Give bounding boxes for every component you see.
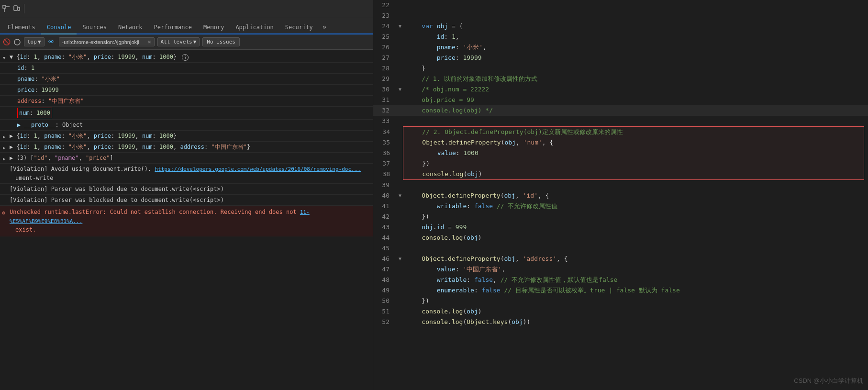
line-num-51: 51: [373, 306, 397, 317]
devtools-tabs: Elements Console Sources Network Perform…: [0, 17, 373, 34]
line-content-28: }: [403, 63, 425, 74]
line-content-51: console.log(obj): [403, 306, 482, 317]
inspect-element-icon[interactable]: [2, 4, 11, 13]
code-line-48: 48 writable: false, // 不允许修改属性值，默认值也是fal…: [373, 275, 868, 285]
line-num-25: 25: [373, 32, 397, 42]
object-preview-1: ▼ {id: 1, pname: "小米", price: 19999, num…: [10, 54, 189, 60]
code-line-23: 23: [373, 11, 868, 21]
line-content-43: obj.id = 999: [403, 222, 467, 233]
line-content-22: [403, 0, 407, 11]
url-filter-input[interactable]: [62, 39, 146, 45]
line-content-36: value: 1000: [403, 148, 479, 158]
line-content-39: [403, 180, 407, 190]
code-panel: 22 23 24 ▼ var obj = { 25 id: 1, 26: [373, 0, 868, 390]
line-content-35: Object.defineProperty(obj, 'num', {: [403, 137, 553, 148]
console-entry-obj-3[interactable]: ▶ {id: 1, pname: "小米", price: 19999, num…: [0, 142, 373, 153]
tab-memory[interactable]: Memory: [198, 21, 230, 34]
levels-label: All levels: [161, 39, 192, 45]
error-text-2: exist.: [10, 226, 36, 233]
console-output[interactable]: ▼ {id: 1, pname: "小米", price: 19999, num…: [0, 50, 373, 390]
line-num-50: 50: [373, 296, 397, 306]
device-toolbar-icon[interactable]: [12, 4, 21, 13]
code-line-38: 38 console.log(obj): [374, 169, 864, 179]
context-selector[interactable]: top ▼: [24, 37, 45, 46]
clear-console-icon[interactable]: 🚫: [3, 38, 11, 46]
tab-console[interactable]: Console: [41, 21, 77, 34]
code-editor[interactable]: 22 23 24 ▼ var obj = { 25 id: 1, 26: [373, 0, 868, 390]
code-line-40: 40 ▼ Object.defineProperty(obj, 'id', {: [373, 190, 868, 201]
console-toolbar: 🚫 top ▼ 👁 ✕ All levels ▼ No Issues: [0, 34, 373, 50]
line-num-41: 41: [373, 201, 397, 212]
console-entry-obj-2[interactable]: ▶ {id: 1, pname: "小米", price: 19999, num…: [0, 131, 373, 142]
code-line-39: 39: [373, 180, 868, 190]
filter-icon[interactable]: [13, 38, 21, 46]
violation-link-1[interactable]: https://developers.google.com/web/update…: [155, 166, 360, 172]
line-num-43: 43: [373, 222, 397, 233]
line-content-47: value: '中国广东省',: [403, 264, 505, 275]
console-entry-error: ⊗ Unchecked runtime.lastError: Could not…: [0, 206, 373, 236]
line-content-33: [403, 116, 407, 126]
line-content-38: console.log(obj): [403, 169, 482, 179]
line-num-48: 48: [373, 275, 397, 285]
log-levels-selector[interactable]: All levels ▼: [157, 37, 200, 46]
tab-application[interactable]: Application: [230, 21, 279, 34]
line-content-52: console.log(Object.keys(obj)): [403, 317, 530, 327]
code-line-52: 52 console.log(Object.keys(obj)): [373, 317, 868, 327]
more-tabs-button[interactable]: »: [319, 20, 330, 33]
toolbar-divider: [24, 4, 24, 13]
console-child-price: price: 19999: [0, 85, 373, 96]
tab-network[interactable]: Network: [112, 21, 148, 34]
line-num-40: 40: [373, 190, 397, 201]
line-num-44: 44: [373, 233, 397, 243]
violation-subtext: ument-write: [10, 175, 53, 181]
code-line-41: 41 writable: false // 不允许修改属性值: [373, 201, 868, 212]
line-num-32: 32: [373, 105, 397, 116]
line-num-47: 47: [373, 264, 397, 275]
code-line-49: 49 enumerable: false // 目标属性是否可以被枚举。true…: [373, 285, 868, 296]
tab-security[interactable]: Security: [279, 21, 319, 34]
url-filter-container[interactable]: ✕: [59, 37, 155, 46]
tab-sources[interactable]: Sources: [77, 21, 112, 34]
line-num-33: 33: [373, 116, 397, 126]
code-line-50: 50 }): [373, 296, 868, 306]
line-content-24: var obj = {: [403, 21, 463, 32]
violation-text-3: [Violation] Parser was blocked due to do…: [10, 197, 224, 203]
line-num-34: 34: [374, 127, 398, 137]
svg-rect-4: [18, 7, 20, 11]
url-filter-clear-icon[interactable]: ✕: [148, 39, 151, 45]
line-num-35: 35: [374, 137, 398, 148]
console-child-id: id: 1: [0, 63, 373, 74]
line-num-22: 22: [373, 0, 397, 11]
console-entry-violation-3: [Violation] Parser was blocked due to do…: [0, 195, 373, 206]
line-content-40: Object.defineProperty(obj, 'id', {: [403, 190, 549, 201]
code-line-25: 25 id: 1,: [373, 32, 868, 42]
issues-badge[interactable]: No Issues: [202, 37, 240, 46]
line-num-28: 28: [373, 63, 397, 74]
svg-rect-0: [3, 5, 6, 8]
svg-point-5: [14, 39, 20, 45]
tab-elements[interactable]: Elements: [2, 21, 41, 34]
console-entry-array[interactable]: ▶ (3) ["id", "pname", "price"]: [0, 153, 373, 164]
watermark: CSDN @小小白学计算机: [794, 377, 863, 385]
code-line-43: 43 obj.id = 999: [373, 222, 868, 233]
line-num-52: 52: [373, 317, 397, 327]
line-num-45: 45: [373, 243, 397, 254]
line-content-48: writable: false, // 不允许修改属性值，默认值也是false: [403, 275, 617, 285]
line-num-24: 24: [373, 21, 397, 32]
code-line-29: 29 // 1. 以前的对象添加和修改属性的方式: [373, 74, 868, 84]
code-line-26: 26 pname: '小米',: [373, 42, 868, 53]
devtools-panel: Elements Console Sources Network Perform…: [0, 0, 373, 390]
console-entry-violation-2: [Violation] Parser was blocked due to do…: [0, 184, 373, 195]
tab-performance[interactable]: Performance: [148, 21, 198, 34]
code-line-51: 51 console.log(obj): [373, 306, 868, 317]
code-line-45: 45: [373, 243, 868, 254]
line-content-45: [403, 243, 407, 254]
line-content-37: }): [403, 158, 430, 169]
console-entry-expanded-obj[interactable]: ▼ {id: 1, pname: "小米", price: 19999, num…: [0, 52, 373, 63]
context-label: top: [27, 39, 37, 45]
context-dropdown-icon: ▼: [38, 39, 41, 45]
eye-icon[interactable]: 👁: [47, 38, 56, 46]
code-line-36: 36 value: 1000: [374, 148, 864, 158]
error-icon: ⊗: [2, 209, 5, 217]
console-child-num: num: 1000: [0, 107, 373, 120]
